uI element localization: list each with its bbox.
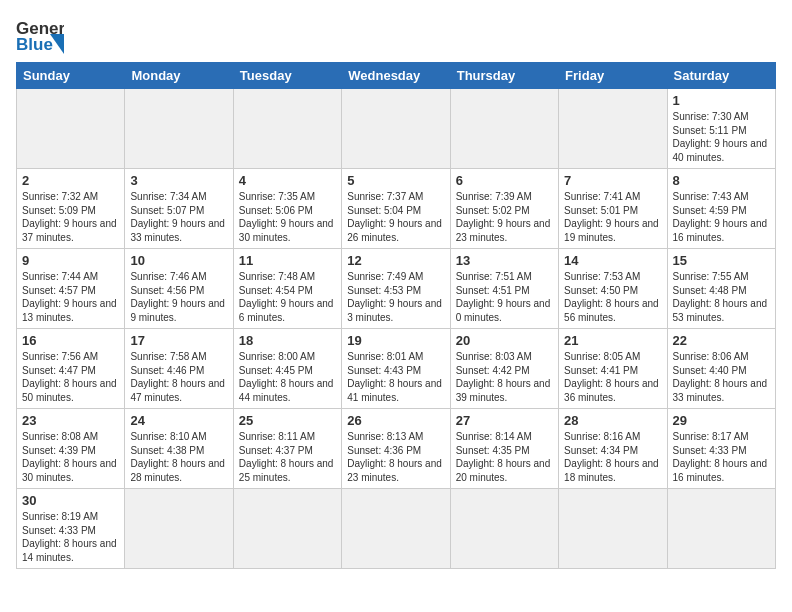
calendar-day-cell: 12Sunrise: 7:49 AM Sunset: 4:53 PM Dayli… [342, 249, 450, 329]
calendar-day-cell: 30Sunrise: 8:19 AM Sunset: 4:33 PM Dayli… [17, 489, 125, 569]
day-number: 8 [673, 173, 770, 188]
weekday-header-cell: Friday [559, 63, 667, 89]
calendar-day-cell: 15Sunrise: 7:55 AM Sunset: 4:48 PM Dayli… [667, 249, 775, 329]
calendar-table: SundayMondayTuesdayWednesdayThursdayFrid… [16, 62, 776, 569]
day-info: Sunrise: 8:00 AM Sunset: 4:45 PM Dayligh… [239, 350, 336, 404]
day-info: Sunrise: 8:03 AM Sunset: 4:42 PM Dayligh… [456, 350, 553, 404]
weekday-header-cell: Sunday [17, 63, 125, 89]
calendar-day-cell: 16Sunrise: 7:56 AM Sunset: 4:47 PM Dayli… [17, 329, 125, 409]
weekday-header-row: SundayMondayTuesdayWednesdayThursdayFrid… [17, 63, 776, 89]
calendar-day-cell [559, 89, 667, 169]
day-info: Sunrise: 8:10 AM Sunset: 4:38 PM Dayligh… [130, 430, 227, 484]
weekday-header-cell: Monday [125, 63, 233, 89]
day-number: 22 [673, 333, 770, 348]
calendar-day-cell: 21Sunrise: 8:05 AM Sunset: 4:41 PM Dayli… [559, 329, 667, 409]
calendar-day-cell: 13Sunrise: 7:51 AM Sunset: 4:51 PM Dayli… [450, 249, 558, 329]
calendar-week-row: 16Sunrise: 7:56 AM Sunset: 4:47 PM Dayli… [17, 329, 776, 409]
day-number: 20 [456, 333, 553, 348]
day-number: 29 [673, 413, 770, 428]
day-info: Sunrise: 8:13 AM Sunset: 4:36 PM Dayligh… [347, 430, 444, 484]
day-info: Sunrise: 7:35 AM Sunset: 5:06 PM Dayligh… [239, 190, 336, 244]
day-info: Sunrise: 8:19 AM Sunset: 4:33 PM Dayligh… [22, 510, 119, 564]
calendar-day-cell [233, 489, 341, 569]
calendar-day-cell: 5Sunrise: 7:37 AM Sunset: 5:04 PM Daylig… [342, 169, 450, 249]
day-info: Sunrise: 8:11 AM Sunset: 4:37 PM Dayligh… [239, 430, 336, 484]
day-number: 9 [22, 253, 119, 268]
day-info: Sunrise: 7:41 AM Sunset: 5:01 PM Dayligh… [564, 190, 661, 244]
calendar-day-cell: 26Sunrise: 8:13 AM Sunset: 4:36 PM Dayli… [342, 409, 450, 489]
calendar-day-cell: 4Sunrise: 7:35 AM Sunset: 5:06 PM Daylig… [233, 169, 341, 249]
day-info: Sunrise: 8:08 AM Sunset: 4:39 PM Dayligh… [22, 430, 119, 484]
calendar-day-cell: 10Sunrise: 7:46 AM Sunset: 4:56 PM Dayli… [125, 249, 233, 329]
calendar-day-cell: 29Sunrise: 8:17 AM Sunset: 4:33 PM Dayli… [667, 409, 775, 489]
day-number: 19 [347, 333, 444, 348]
calendar-day-cell: 27Sunrise: 8:14 AM Sunset: 4:35 PM Dayli… [450, 409, 558, 489]
weekday-header-cell: Wednesday [342, 63, 450, 89]
calendar-day-cell [450, 89, 558, 169]
calendar-day-cell: 17Sunrise: 7:58 AM Sunset: 4:46 PM Dayli… [125, 329, 233, 409]
day-info: Sunrise: 7:32 AM Sunset: 5:09 PM Dayligh… [22, 190, 119, 244]
calendar-day-cell: 18Sunrise: 8:00 AM Sunset: 4:45 PM Dayli… [233, 329, 341, 409]
logo-icon: General Blue [16, 16, 64, 54]
day-info: Sunrise: 8:16 AM Sunset: 4:34 PM Dayligh… [564, 430, 661, 484]
calendar-day-cell [342, 89, 450, 169]
day-info: Sunrise: 7:46 AM Sunset: 4:56 PM Dayligh… [130, 270, 227, 324]
day-info: Sunrise: 7:51 AM Sunset: 4:51 PM Dayligh… [456, 270, 553, 324]
day-number: 1 [673, 93, 770, 108]
calendar-week-row: 2Sunrise: 7:32 AM Sunset: 5:09 PM Daylig… [17, 169, 776, 249]
day-number: 28 [564, 413, 661, 428]
day-info: Sunrise: 7:55 AM Sunset: 4:48 PM Dayligh… [673, 270, 770, 324]
header: General Blue [16, 16, 776, 54]
calendar-day-cell: 19Sunrise: 8:01 AM Sunset: 4:43 PM Dayli… [342, 329, 450, 409]
calendar-day-cell [125, 89, 233, 169]
day-info: Sunrise: 8:06 AM Sunset: 4:40 PM Dayligh… [673, 350, 770, 404]
calendar-body: 1Sunrise: 7:30 AM Sunset: 5:11 PM Daylig… [17, 89, 776, 569]
day-number: 24 [130, 413, 227, 428]
calendar-day-cell: 14Sunrise: 7:53 AM Sunset: 4:50 PM Dayli… [559, 249, 667, 329]
day-info: Sunrise: 7:48 AM Sunset: 4:54 PM Dayligh… [239, 270, 336, 324]
calendar-day-cell: 23Sunrise: 8:08 AM Sunset: 4:39 PM Dayli… [17, 409, 125, 489]
calendar-day-cell: 28Sunrise: 8:16 AM Sunset: 4:34 PM Dayli… [559, 409, 667, 489]
weekday-header-cell: Thursday [450, 63, 558, 89]
day-number: 6 [456, 173, 553, 188]
day-info: Sunrise: 7:58 AM Sunset: 4:46 PM Dayligh… [130, 350, 227, 404]
day-info: Sunrise: 7:44 AM Sunset: 4:57 PM Dayligh… [22, 270, 119, 324]
day-number: 26 [347, 413, 444, 428]
day-info: Sunrise: 7:30 AM Sunset: 5:11 PM Dayligh… [673, 110, 770, 164]
day-number: 2 [22, 173, 119, 188]
calendar-day-cell: 1Sunrise: 7:30 AM Sunset: 5:11 PM Daylig… [667, 89, 775, 169]
day-number: 3 [130, 173, 227, 188]
day-info: Sunrise: 8:14 AM Sunset: 4:35 PM Dayligh… [456, 430, 553, 484]
calendar-day-cell: 25Sunrise: 8:11 AM Sunset: 4:37 PM Dayli… [233, 409, 341, 489]
day-number: 16 [22, 333, 119, 348]
day-number: 13 [456, 253, 553, 268]
calendar-week-row: 30Sunrise: 8:19 AM Sunset: 4:33 PM Dayli… [17, 489, 776, 569]
day-number: 27 [456, 413, 553, 428]
weekday-header-cell: Saturday [667, 63, 775, 89]
day-number: 21 [564, 333, 661, 348]
calendar-day-cell [125, 489, 233, 569]
logo: General Blue [16, 16, 64, 54]
calendar-day-cell: 11Sunrise: 7:48 AM Sunset: 4:54 PM Dayli… [233, 249, 341, 329]
calendar-day-cell [559, 489, 667, 569]
calendar-day-cell [667, 489, 775, 569]
day-info: Sunrise: 8:01 AM Sunset: 4:43 PM Dayligh… [347, 350, 444, 404]
day-number: 10 [130, 253, 227, 268]
day-info: Sunrise: 7:49 AM Sunset: 4:53 PM Dayligh… [347, 270, 444, 324]
day-number: 25 [239, 413, 336, 428]
day-number: 5 [347, 173, 444, 188]
day-info: Sunrise: 7:43 AM Sunset: 4:59 PM Dayligh… [673, 190, 770, 244]
calendar-week-row: 9Sunrise: 7:44 AM Sunset: 4:57 PM Daylig… [17, 249, 776, 329]
day-number: 30 [22, 493, 119, 508]
day-number: 7 [564, 173, 661, 188]
day-info: Sunrise: 7:39 AM Sunset: 5:02 PM Dayligh… [456, 190, 553, 244]
day-number: 4 [239, 173, 336, 188]
day-number: 17 [130, 333, 227, 348]
calendar-day-cell: 22Sunrise: 8:06 AM Sunset: 4:40 PM Dayli… [667, 329, 775, 409]
day-number: 15 [673, 253, 770, 268]
calendar-week-row: 1Sunrise: 7:30 AM Sunset: 5:11 PM Daylig… [17, 89, 776, 169]
day-number: 11 [239, 253, 336, 268]
day-info: Sunrise: 7:56 AM Sunset: 4:47 PM Dayligh… [22, 350, 119, 404]
calendar-day-cell: 7Sunrise: 7:41 AM Sunset: 5:01 PM Daylig… [559, 169, 667, 249]
day-info: Sunrise: 8:17 AM Sunset: 4:33 PM Dayligh… [673, 430, 770, 484]
